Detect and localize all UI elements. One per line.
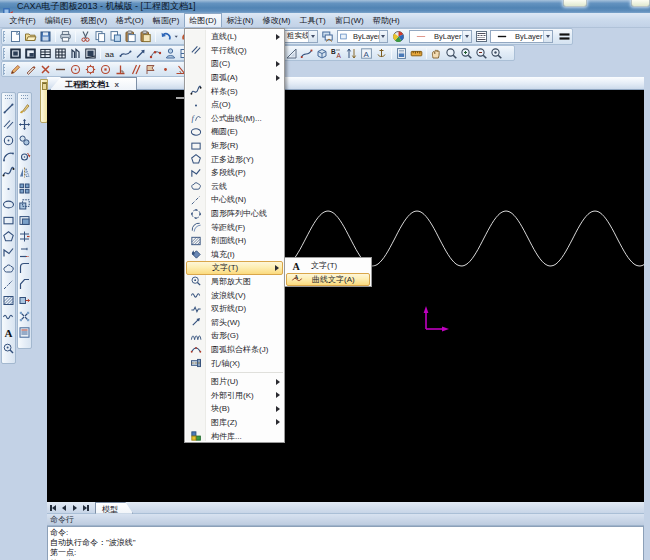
draw-menu-item-offset[interactable]: 等距线(F)	[186, 220, 283, 234]
sheet-nav-first-button[interactable]	[48, 503, 58, 513]
properties-button[interactable]	[18, 324, 31, 340]
rectangle-button[interactable]	[2, 212, 15, 228]
menu-tools[interactable]: 工具(T)	[295, 13, 330, 27]
user-coord-button[interactable]	[163, 46, 178, 60]
window-button-remnant-1[interactable]	[563, 0, 587, 7]
window-button-remnant-2[interactable]	[631, 0, 650, 7]
pan-button[interactable]	[429, 46, 444, 60]
style-manage-button[interactable]	[148, 46, 163, 60]
scale-button[interactable]	[18, 196, 31, 212]
pencil-1-button[interactable]	[8, 62, 23, 76]
zoom-in-button[interactable]	[459, 46, 474, 60]
new-button[interactable]	[8, 29, 23, 43]
draw-menu-item-gear[interactable]: 齿形(G)	[186, 329, 283, 343]
bom-table-button[interactable]	[53, 46, 68, 60]
draw-menu-item-double-fold[interactable]: 双折线(D)	[186, 302, 283, 316]
linetype-combo-dropdown-arrow[interactable]	[462, 31, 471, 42]
command-history[interactable]: 命令:自动执行命令："波浪线"第一点:第二点:	[47, 526, 644, 560]
sheet-nav-last-button[interactable]	[81, 503, 91, 513]
snap-gear-button[interactable]	[83, 62, 98, 76]
text-submenu-item-text[interactable]: A文字(T)	[286, 259, 370, 273]
text-submenu-item-curve-text[interactable]: A曲线文字(A)	[286, 273, 370, 287]
draw-menu-item-library[interactable]: 图库(Z)	[186, 416, 283, 430]
zoom-dyn-button[interactable]	[489, 46, 504, 60]
menu-edit[interactable]: 编辑(E)	[40, 13, 76, 27]
draw-menu-item-line[interactable]: 直线(L)	[186, 30, 283, 44]
sheet-nav-prev-button[interactable]	[59, 503, 69, 513]
stretch-button[interactable]	[18, 292, 31, 308]
polygon-button[interactable]	[2, 228, 15, 244]
menu-draw[interactable]: 绘图(D)	[184, 13, 222, 27]
lineweight-button[interactable]	[557, 29, 572, 43]
drawing-canvas[interactable]	[47, 90, 644, 502]
toolbar-grip[interactable]	[3, 31, 6, 42]
triangle-ruler-button[interactable]	[284, 46, 299, 60]
mirror-button[interactable]	[18, 164, 31, 180]
undo-button[interactable]	[158, 29, 173, 43]
text-edit-button[interactable]: BA	[329, 46, 344, 60]
menu-sheet[interactable]: 幅面(P)	[148, 13, 184, 27]
lineweight-combo-dropdown-arrow[interactable]	[543, 31, 552, 42]
draw-menu-item-text[interactable]: 文字(T)	[186, 261, 283, 275]
draw-menu-item-component-library[interactable]: 构件库...	[186, 429, 283, 443]
paste-special-button[interactable]	[138, 29, 153, 43]
draw-menu-item-hatch[interactable]: 剖面线(H)	[186, 234, 283, 248]
layer-combo[interactable]: 粗实线	[283, 30, 318, 43]
menu-view[interactable]: 视图(V)	[76, 13, 112, 27]
point-button[interactable]	[2, 180, 15, 196]
linetype-manager-button[interactable]	[475, 29, 488, 43]
extend-button[interactable]	[18, 244, 31, 260]
frame-edit-button[interactable]	[83, 46, 98, 60]
draw-menu-item-picture[interactable]: 图片(U)	[186, 375, 283, 389]
copy-button[interactable]	[18, 132, 31, 148]
clip-button[interactable]	[18, 212, 31, 228]
cloud-button[interactable]	[2, 260, 15, 276]
array-button[interactable]	[18, 180, 31, 196]
document-tab[interactable]: 工程图文档1 x	[50, 77, 137, 90]
ruler-button[interactable]	[409, 46, 424, 60]
command-panel-header[interactable]: 命令行	[47, 514, 644, 526]
text-style-button[interactable]: aa	[103, 46, 118, 60]
draw-toolbar-grip[interactable]	[5, 95, 12, 99]
arc-button[interactable]	[2, 148, 15, 164]
copy-with-basepoint-button[interactable]	[108, 29, 123, 43]
modify-toolbar-grip[interactable]	[21, 95, 28, 99]
move-button[interactable]	[18, 116, 31, 132]
erase-button[interactable]	[18, 100, 31, 116]
parallel-button[interactable]	[2, 116, 15, 132]
pencil-2-button[interactable]	[23, 62, 38, 76]
open-button[interactable]	[23, 29, 38, 43]
menu-help[interactable]: 帮助(H)	[368, 13, 404, 27]
undo-drop-button[interactable]	[173, 29, 180, 43]
explode-button[interactable]	[18, 308, 31, 324]
spline-edit-button[interactable]	[299, 46, 314, 60]
rotate-button[interactable]	[18, 148, 31, 164]
draw-menu-item-block[interactable]: 块(B)	[186, 402, 283, 416]
draw-menu-item-ellipse[interactable]: 椭圆(E)	[186, 125, 283, 139]
snap-parallel-button[interactable]	[128, 62, 143, 76]
line-button[interactable]	[2, 100, 15, 116]
page-save-button[interactable]	[394, 46, 409, 60]
toolbar-grip[interactable]	[3, 48, 6, 59]
draw-menu-item-array-centerline[interactable]: 圆形阵列中心线	[186, 207, 283, 221]
draw-menu-item-arc[interactable]: 圆弧(A)	[186, 71, 283, 85]
text-button[interactable]: A	[2, 324, 15, 340]
draw-menu-item-external-ref[interactable]: 外部引用(K)	[186, 388, 283, 402]
snap-perpendicular-button[interactable]	[113, 62, 128, 76]
linetype-combo[interactable]: ByLayer	[409, 30, 472, 43]
corner-button[interactable]	[18, 260, 31, 276]
draw-menu-item-polygon[interactable]: 正多边形(Y)	[186, 152, 283, 166]
zoom-prev-button[interactable]	[474, 46, 489, 60]
spline-button[interactable]	[2, 164, 15, 180]
draw-menu-item-circle[interactable]: 圆(C)	[186, 57, 283, 71]
copy-button[interactable]	[93, 29, 108, 43]
draw-menu-item-arc-fit-spline[interactable]: 圆弧拟合样条(J)	[186, 343, 283, 357]
menu-dimension[interactable]: 标注(N)	[222, 13, 258, 27]
snap-off-button[interactable]	[38, 62, 53, 76]
menu-window[interactable]: 窗口(W)	[330, 13, 368, 27]
draw-menu-item-spline[interactable]: 样条(S)	[186, 84, 283, 98]
draw-menu-item-polyline[interactable]: 多段线(P)	[186, 166, 283, 180]
color-picker-button[interactable]	[392, 29, 405, 43]
hatch-button[interactable]	[2, 292, 15, 308]
menu-format[interactable]: 格式(O)	[112, 13, 149, 27]
